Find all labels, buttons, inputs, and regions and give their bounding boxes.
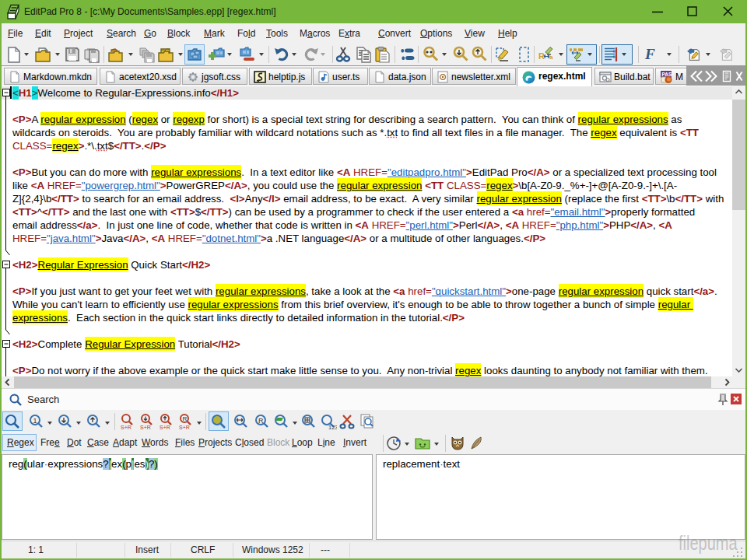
svg-text:123: 123 xyxy=(328,424,337,430)
svg-text:1: 1 xyxy=(33,417,37,425)
svg-text:S+R: S+R xyxy=(121,425,132,430)
svg-text:R: R xyxy=(258,417,264,425)
svg-text:S+R: S+R xyxy=(160,425,170,430)
svg-text:S+R: S+R xyxy=(179,425,190,430)
svg-text:R: R xyxy=(183,415,188,422)
svg-text:S+R: S+R xyxy=(140,425,151,430)
svg-text:PAS: PAS xyxy=(662,72,673,77)
svg-text:F: F xyxy=(644,46,655,62)
